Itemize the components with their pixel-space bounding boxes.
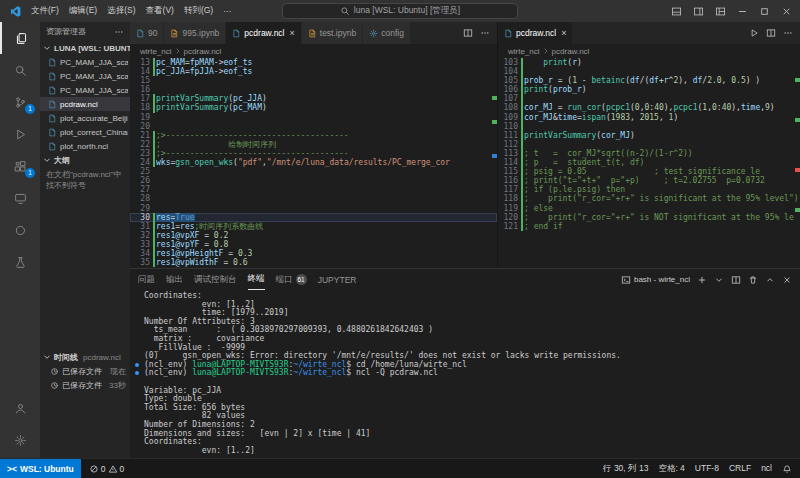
code-line[interactable]: 31res1=res;时间序列系数曲线 bbox=[130, 222, 497, 231]
status-item[interactable]: 空格: 4 bbox=[658, 463, 684, 475]
more-actions-icon[interactable] bbox=[114, 27, 124, 37]
code-editor-left[interactable]: 13pc_MAM=fpMAM->eof_ts14pc_JJA=fpJJA->eo… bbox=[130, 58, 497, 268]
run-icon[interactable] bbox=[749, 28, 759, 38]
code-line[interactable]: 24wks=gsn_open_wks("pdf","/mnt/e/luna_da… bbox=[130, 158, 497, 167]
code-line[interactable]: 17printVarSummary(pc_JJA) bbox=[130, 94, 497, 103]
customize-layout-icon[interactable] bbox=[710, 1, 730, 21]
code-line[interactable]: 105prob_r = (1 - betainc(df/(df+r^2), df… bbox=[498, 76, 800, 85]
activity-run-debug[interactable] bbox=[0, 118, 40, 150]
tab-90[interactable]: 90 bbox=[130, 22, 164, 44]
code-line[interactable]: 34res1@vpHeightF = 0.3 bbox=[130, 249, 497, 258]
code-line[interactable]: 113; t = cor_MJ*sqrt((n-2)/(1-r^2)) bbox=[498, 149, 800, 158]
panel-tab-JUPYTER[interactable]: JUPYTER bbox=[318, 269, 357, 290]
maximize-panel-icon[interactable] bbox=[765, 275, 775, 285]
breadcrumb-item[interactable]: wirte_ncl bbox=[140, 47, 172, 56]
activity-remote-explorer[interactable] bbox=[0, 182, 40, 214]
code-line[interactable]: 108cor_MJ = run_cor(pcpc1(0,0:40),pcpc1(… bbox=[498, 103, 800, 112]
chevron-down-icon[interactable] bbox=[714, 275, 724, 285]
close-panel-icon[interactable] bbox=[782, 275, 792, 285]
code-line[interactable]: 20 bbox=[130, 122, 497, 131]
activity-explorer[interactable] bbox=[0, 22, 40, 54]
more-actions-icon[interactable] bbox=[480, 28, 490, 38]
terminal-output[interactable]: Coordinates: evn: [1..2] time: [1979..20… bbox=[130, 290, 800, 458]
tab-pcdraw.ncl[interactable]: pcdraw.ncl× bbox=[498, 22, 573, 44]
more-actions-icon[interactable] bbox=[783, 28, 793, 38]
tab-995.ipynb[interactable]: 995.ipynb bbox=[164, 22, 226, 44]
kill-terminal-icon[interactable] bbox=[748, 275, 758, 285]
code-line[interactable]: 32res1@vpXF = 0.2 bbox=[130, 231, 497, 240]
code-line[interactable]: 111printVarSummary(cor_MJ) bbox=[498, 131, 800, 140]
code-line[interactable]: 22; 绘制时间序列 bbox=[130, 140, 497, 149]
status-item[interactable]: 行 30, 列 13 bbox=[603, 463, 648, 475]
code-line[interactable]: 25 bbox=[130, 167, 497, 176]
menu-转到(G)[interactable]: 转到(G) bbox=[179, 5, 218, 17]
status-item[interactable]: ncl bbox=[761, 463, 772, 475]
tree-item-PC_MAM_JJA_scatter_..[interactable]: PC_MAM_JJA_scatter_.. bbox=[40, 55, 130, 69]
code-line[interactable]: 26 bbox=[130, 176, 497, 185]
timeline-entry[interactable]: 已保存文件33秒 bbox=[40, 378, 130, 392]
code-line[interactable]: 27 bbox=[130, 185, 497, 194]
split-terminal-icon[interactable] bbox=[731, 275, 741, 285]
code-line[interactable]: 115; psig = 0.05 ; test significance le bbox=[498, 167, 800, 176]
code-line[interactable]: 15 bbox=[130, 76, 497, 85]
terminal-picker[interactable]: bash - wirte_ncl bbox=[621, 275, 690, 285]
timeline-section-header[interactable]: 时间线 pcdraw.ncl bbox=[40, 350, 130, 364]
code-line[interactable]: 120; print("r_cor="+r+" is NOT significa… bbox=[498, 213, 800, 222]
panel-tab-终端[interactable]: 终端 bbox=[248, 269, 265, 290]
remote-indicator[interactable]: >< WSL: Ubuntu bbox=[0, 459, 81, 478]
code-line[interactable]: 103 print(r) bbox=[498, 58, 800, 67]
tree-item-pcdraw.ncl[interactable]: pcdraw.ncl bbox=[40, 97, 130, 111]
code-line[interactable]: 116; print("t="+t+" p="+p) ; t=2.02755 p… bbox=[498, 176, 800, 185]
split-editor-icon[interactable] bbox=[766, 28, 776, 38]
code-line[interactable]: 117; if (p.le.psig) then bbox=[498, 185, 800, 194]
command-decoration-icon[interactable] bbox=[135, 371, 139, 375]
problems-status[interactable]: 0 0 bbox=[89, 464, 124, 474]
code-line[interactable]: 28 bbox=[130, 194, 497, 203]
panel-tab-输出[interactable]: 输出 bbox=[166, 269, 183, 290]
code-line[interactable]: 29 bbox=[130, 204, 497, 213]
command-center[interactable]: luna [WSL: Ubuntu] [管理员] bbox=[282, 3, 518, 19]
panel-tab-调试控制台[interactable]: 调试控制台 bbox=[194, 269, 237, 290]
code-line[interactable]: 33res1@vpYF = 0.8 bbox=[130, 240, 497, 249]
activity-source-control[interactable]: 1 bbox=[0, 86, 40, 118]
code-editor-right[interactable]: 103 print(r)104105prob_r = (1 - betainc(… bbox=[498, 58, 800, 268]
breadcrumb-item[interactable]: wirte_ncl bbox=[508, 47, 540, 56]
code-line[interactable]: 109cor_MJ&time=ispan(1983, 2015, 1) bbox=[498, 113, 800, 122]
menu-文件(F)[interactable]: 文件(F) bbox=[26, 5, 64, 17]
activity-jupyter[interactable] bbox=[0, 214, 40, 246]
code-line[interactable]: 18printVarSummary(pc_MAM) bbox=[130, 103, 497, 112]
tab-test.ipynb[interactable]: test.ipynb bbox=[302, 22, 363, 44]
breadcrumb-item[interactable]: pcdraw.ncl bbox=[184, 47, 222, 56]
activity-account[interactable] bbox=[0, 392, 40, 424]
command-decoration-icon[interactable] bbox=[135, 363, 139, 367]
breadcrumb-item[interactable]: pcdraw.ncl bbox=[552, 47, 590, 56]
tree-item-plot_correct_Chinama..[interactable]: plot_correct_Chinama.. bbox=[40, 125, 130, 139]
tree-item-plot_accurate_Beijing..[interactable]: plot_accurate_Beijing.. bbox=[40, 111, 130, 125]
close-icon[interactable]: × bbox=[561, 28, 566, 38]
code-line[interactable]: 110 bbox=[498, 122, 800, 131]
menu-···[interactable]: ··· bbox=[218, 6, 237, 16]
outline-section-header[interactable]: 大纲 bbox=[40, 153, 130, 167]
code-line[interactable]: 13pc_MAM=fpMAM->eof_ts bbox=[130, 58, 497, 67]
overview-ruler[interactable] bbox=[492, 58, 497, 268]
code-line[interactable]: 112 bbox=[498, 140, 800, 149]
code-line[interactable]: 14pc_JJA=fpJJA->eof_ts bbox=[130, 67, 497, 76]
code-line[interactable]: 30res=True bbox=[130, 213, 497, 222]
menu-编辑(E)[interactable]: 编辑(E) bbox=[64, 5, 102, 17]
tree-item-PC_MAM_JJA_scatter_..[interactable]: PC_MAM_JJA_scatter_.. bbox=[40, 83, 130, 97]
menu-选择(S)[interactable]: 选择(S) bbox=[102, 5, 140, 17]
panel-tab-问题[interactable]: 问题 bbox=[138, 269, 155, 290]
close-button[interactable] bbox=[776, 1, 796, 21]
notifications-bell-icon[interactable] bbox=[782, 464, 792, 474]
code-line[interactable]: 106print(prob_r) bbox=[498, 85, 800, 94]
toggle-panel-icon[interactable] bbox=[666, 1, 686, 21]
minimize-button[interactable] bbox=[732, 1, 752, 21]
code-line[interactable]: 114; p = student_t(t, df) bbox=[498, 158, 800, 167]
workspace-section-header[interactable]: LUNA [WSL: UBUNTU] bbox=[40, 41, 130, 55]
maximize-button[interactable] bbox=[754, 1, 774, 21]
code-line[interactable]: 107 bbox=[498, 94, 800, 103]
split-editor-icon[interactable] bbox=[463, 28, 473, 38]
activity-search[interactable] bbox=[0, 54, 40, 86]
code-line[interactable]: 16 bbox=[130, 85, 497, 94]
code-line[interactable]: 121; end if bbox=[498, 222, 800, 231]
